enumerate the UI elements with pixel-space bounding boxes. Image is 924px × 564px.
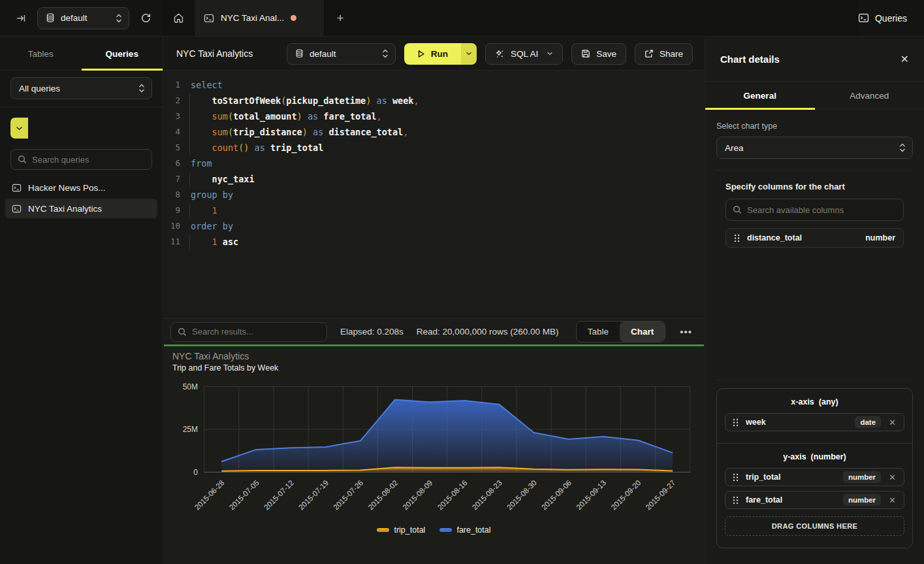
collapse-sidebar-icon[interactable]: [16, 13, 26, 24]
svg-text:2015-07-19: 2015-07-19: [297, 478, 330, 511]
run-button[interactable]: Run: [404, 43, 461, 65]
svg-text:2015-09-20: 2015-09-20: [609, 478, 642, 511]
sidebar-tab-tables[interactable]: Tables: [0, 37, 82, 70]
legend-item-fare_total[interactable]: fare_total: [439, 525, 490, 535]
run-options-button[interactable]: [461, 43, 477, 65]
sql-editor[interactable]: 1select2 toStartOfWeek(pickup_datetime) …: [164, 71, 704, 318]
tab-title: NYC Taxi Anal...: [221, 13, 284, 23]
y-axis-heading: y-axis (number): [725, 452, 904, 461]
sql-ai-button[interactable]: SQL AI: [485, 43, 563, 65]
code-line: 10order by: [164, 218, 704, 234]
code-line: 4 sum(trip_distance) as distance_total,: [164, 124, 704, 140]
results-more-button[interactable]: •••: [678, 326, 693, 337]
x-axis-section: x-axis (any) weekdate✕: [717, 389, 912, 443]
new-query-dropdown-button[interactable]: [10, 118, 28, 139]
top-bar: default: [0, 0, 924, 37]
drag-handle-icon[interactable]: [733, 496, 739, 505]
y-axis-section: y-axis (number) trip_totalnumber✕fare_to…: [717, 443, 912, 548]
run-database-select[interactable]: default: [287, 43, 396, 65]
code-line: 2 toStartOfWeek(pickup_datetime) as week…: [164, 93, 704, 108]
panel-divider: [716, 380, 913, 380]
remove-column-icon[interactable]: ✕: [888, 495, 897, 505]
save-button[interactable]: Save: [571, 43, 626, 65]
chart-title: NYC Taxi Analytics: [172, 351, 249, 361]
drop-zone[interactable]: DRAG COLUMNS HERE: [725, 516, 904, 536]
svg-text:2015-08-02: 2015-08-02: [366, 478, 399, 511]
line-number: 10: [164, 218, 180, 234]
column-row-trip_total[interactable]: trip_totalnumber✕: [725, 468, 904, 486]
column-row-week[interactable]: weekdate✕: [725, 413, 904, 431]
code-line: 7 nyc_taxi: [164, 171, 704, 187]
line-number: 8: [164, 187, 180, 203]
column-row-distance_total[interactable]: distance_totalnumber: [725, 228, 904, 248]
unsaved-changes-dot: [291, 15, 296, 21]
line-number: 3: [164, 108, 180, 124]
query-title: NYC Taxi Analytics: [176, 48, 253, 59]
query-list-item[interactable]: Hacker News Pos...: [5, 178, 157, 197]
close-icon[interactable]: ✕: [900, 53, 909, 65]
code-line: 1select: [164, 77, 704, 93]
sidebar-tabs: Tables Queries: [0, 37, 163, 71]
column-row-fare_total[interactable]: fare_totalnumber✕: [725, 491, 904, 509]
search-icon: [178, 327, 187, 337]
svg-text:2015-09-13: 2015-09-13: [575, 478, 607, 511]
terminal-icon: [858, 12, 869, 24]
queries-shortcut[interactable]: Queries: [858, 12, 924, 24]
svg-text:2015-07-05: 2015-07-05: [228, 478, 261, 511]
svg-text:2015-08-16: 2015-08-16: [436, 478, 469, 511]
topbar-database-value: default: [61, 13, 88, 23]
chart-type-select[interactable]: Area: [716, 137, 913, 159]
tab-nyc-taxi-analytics[interactable]: NYC Taxi Anal...: [194, 0, 325, 36]
refresh-icon[interactable]: [140, 12, 151, 24]
sql-ai-label: SQL AI: [511, 49, 538, 59]
topbar-database-select[interactable]: default: [37, 7, 129, 29]
sidebar-tab-queries[interactable]: Queries: [82, 37, 163, 70]
play-icon: [417, 50, 425, 58]
query-search: [10, 149, 152, 170]
tab-advanced[interactable]: Advanced: [815, 82, 924, 109]
line-number: 5: [164, 140, 180, 156]
legend-label: fare_total: [456, 525, 490, 535]
home-tab[interactable]: [163, 0, 194, 36]
new-tab-button[interactable]: +: [325, 0, 356, 36]
remove-column-icon[interactable]: ✕: [888, 418, 897, 427]
drag-handle-icon[interactable]: [733, 473, 739, 482]
line-number: 6: [164, 156, 180, 171]
queries-shortcut-label: Queries: [875, 13, 907, 24]
query-list-item[interactable]: NYC Taxi Analytics: [5, 199, 157, 218]
results-search: [170, 322, 327, 342]
drag-handle-icon[interactable]: [734, 234, 740, 242]
svg-text:2015-06-28: 2015-06-28: [193, 478, 226, 511]
search-icon: [733, 205, 742, 214]
chart-type-label: Select chart type: [716, 122, 913, 131]
legend-marker: [439, 528, 452, 532]
columns-search-input[interactable]: [747, 205, 897, 215]
tab-general[interactable]: General: [705, 82, 815, 109]
query-search-input[interactable]: [32, 155, 147, 165]
main-area: NYC Taxi Analytics default: [164, 37, 704, 564]
column-type: number: [865, 233, 895, 242]
search-icon: [18, 155, 27, 164]
available-columns-list: distance_totalnumber: [725, 228, 904, 248]
query-item-label: Hacker News Pos...: [28, 183, 106, 193]
chevron-down-icon: [547, 52, 553, 56]
query-filter-select[interactable]: All queries: [10, 77, 152, 99]
view-table-tab[interactable]: Table: [577, 322, 620, 342]
drag-handle-icon[interactable]: [733, 418, 739, 427]
columns-label: Specify columns for the chart: [725, 182, 913, 191]
top-bar-left: default: [0, 0, 163, 36]
remove-column-icon[interactable]: ✕: [888, 473, 897, 482]
share-button[interactable]: Share: [635, 43, 693, 65]
results-search-input[interactable]: [192, 327, 320, 337]
chart-details-title: Chart details: [720, 54, 780, 65]
run-label: Run: [431, 49, 448, 59]
legend-item-trip_total[interactable]: trip_total: [377, 525, 425, 535]
svg-text:2015-09-06: 2015-09-06: [540, 478, 573, 511]
tab-strip: NYC Taxi Anal... +: [163, 0, 858, 36]
column-name: fare_total: [746, 495, 782, 505]
view-chart-tab[interactable]: Chart: [620, 322, 665, 342]
chart-details-content: Select chart type Area Specify columns f…: [705, 110, 924, 564]
svg-text:25M: 25M: [183, 425, 198, 434]
run-split-button: Run: [404, 43, 477, 65]
svg-text:0: 0: [193, 468, 198, 477]
